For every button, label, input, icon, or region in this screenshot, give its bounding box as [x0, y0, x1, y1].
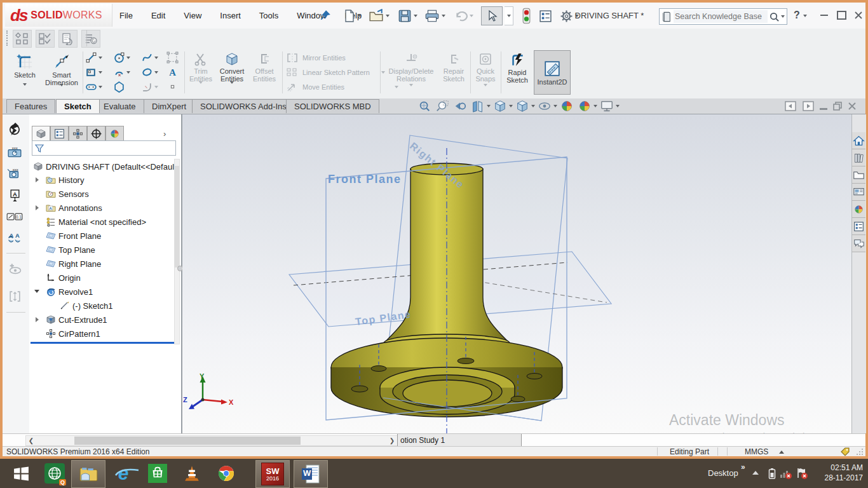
history-expander[interactable] — [36, 177, 39, 182]
spline-caret-icon[interactable] — [154, 57, 158, 59]
desktop-toolbar-label[interactable]: Desktop — [708, 468, 738, 478]
panel-tabs-overflow-chevron[interactable]: › — [163, 129, 166, 139]
horizontal-scrollbar[interactable]: ❮ ❯ — [25, 435, 398, 446]
new-caret-icon[interactable] — [358, 15, 362, 17]
copy-scheme-icon[interactable] — [4, 287, 25, 306]
tab-evaluate[interactable]: Evaluate — [95, 99, 144, 113]
convert-entities-button[interactable]: Convert Entities — [216, 51, 248, 84]
annotations-expander[interactable] — [36, 205, 39, 210]
size-dimension-icon[interactable] — [4, 142, 25, 161]
scroll-right-arrow[interactable]: ❯ — [387, 437, 397, 444]
taskbar-internet-explorer[interactable]: e — [108, 460, 139, 487]
action-center-flag-icon[interactable] — [796, 467, 810, 478]
display-delete-caret-icon[interactable] — [409, 84, 413, 86]
selection-box-icon[interactable] — [166, 51, 179, 64]
display-manager-tab[interactable] — [105, 126, 124, 141]
undo-caret-icon[interactable] — [470, 15, 473, 17]
display-style-caret-icon[interactable] — [531, 105, 535, 107]
circle-caret-icon[interactable] — [126, 57, 130, 59]
polygon-tool-icon[interactable] — [113, 81, 125, 93]
help-button[interactable]: ? — [794, 10, 800, 21]
spline-tool-icon[interactable] — [141, 51, 153, 64]
circle-tool-icon[interactable] — [113, 51, 125, 64]
offset-entities-button[interactable]: Offset Entities — [249, 51, 280, 83]
collapse-pane-right-icon[interactable] — [802, 100, 815, 112]
view-orientation-caret-icon[interactable] — [509, 105, 513, 107]
view-settings-icon[interactable] — [598, 99, 615, 113]
menu-view[interactable]: View — [181, 11, 204, 20]
rectangle-caret-icon[interactable] — [98, 71, 102, 74]
mirror-entities-button[interactable]: Mirror Entities — [286, 53, 346, 63]
tab-features[interactable]: Features — [6, 99, 55, 113]
tree-item-cut-extrude1[interactable]: Cut-Extrude1 — [46, 315, 107, 325]
line-caret-icon[interactable] — [98, 57, 102, 59]
previous-view-icon[interactable] — [451, 99, 468, 113]
scrollbar-thumb[interactable] — [74, 437, 301, 445]
sketch-caret-icon[interactable] — [23, 83, 27, 86]
solidworks-forum-icon[interactable] — [852, 235, 865, 252]
menu-edit[interactable]: Edit — [149, 11, 168, 20]
view-palette-icon[interactable] — [852, 184, 865, 201]
open-document-icon[interactable] — [369, 9, 384, 23]
tree-scrollbar-thumb[interactable] — [175, 166, 179, 268]
tree-item-origin[interactable]: Origin — [46, 273, 81, 283]
sketch-button[interactable]: Sketch — [9, 51, 41, 86]
search-caret-icon[interactable] — [781, 15, 785, 18]
zoom-to-area-icon[interactable] — [433, 99, 451, 113]
taskbar-windows-store[interactable] — [142, 460, 173, 487]
doc-close-icon[interactable] — [848, 102, 857, 111]
dimxpert-auto-dimension-icon[interactable] — [4, 119, 25, 139]
help-caret-icon[interactable] — [803, 15, 807, 17]
revolve1-expander[interactable] — [34, 290, 39, 293]
tree-item-right-plane[interactable]: Right Plane — [46, 259, 101, 269]
configuration-manager-tab[interactable] — [69, 126, 87, 141]
task-pane-home-icon[interactable] — [852, 132, 865, 149]
tree-item-history[interactable]: History — [46, 175, 84, 185]
verification-icon[interactable] — [36, 30, 55, 48]
pin-menu-icon[interactable] — [319, 9, 332, 22]
tree-item-cirpattern1[interactable]: CirPattern1 — [46, 329, 100, 339]
menu-file[interactable]: File — [117, 11, 135, 20]
undo-icon[interactable] — [454, 10, 468, 22]
design-library-icon[interactable] — [852, 149, 865, 166]
status-units[interactable]: MMGS — [745, 447, 768, 456]
display-delete-relations-button[interactable]: Display/DeleteRelations — [384, 51, 438, 86]
trim-caret-icon[interactable] — [199, 81, 203, 84]
tree-filter-box[interactable] — [32, 140, 176, 156]
convert-caret-icon[interactable] — [230, 81, 234, 84]
dimxpert-manager-tab[interactable] — [87, 126, 105, 141]
file-properties-icon[interactable] — [539, 10, 552, 23]
slot-tool-icon[interactable] — [85, 81, 97, 93]
arc-tool-icon[interactable] — [113, 66, 125, 78]
apply-scene-caret-icon[interactable] — [593, 105, 597, 107]
taskbar-vlc[interactable] — [177, 460, 207, 487]
tree-item-sensors[interactable]: Sensors — [46, 189, 89, 199]
move-entities-button[interactable]: Move Entities — [286, 82, 398, 92]
apply-scene-icon[interactable] — [576, 99, 593, 113]
battery-icon[interactable] — [768, 467, 776, 480]
tree-item-top-plane[interactable]: Top Plane — [46, 245, 95, 255]
point-tool-icon[interactable] — [166, 81, 179, 93]
taskbar-chevrons[interactable]: » — [741, 463, 745, 471]
arc-caret-icon[interactable] — [126, 71, 130, 74]
quick-snaps-caret-icon[interactable] — [484, 84, 487, 86]
tree-item-material[interactable]: Material <not specified> — [46, 217, 146, 227]
location-dimension-icon[interactable] — [4, 164, 25, 183]
property-manager-tab[interactable] — [50, 126, 69, 141]
knowledge-base-icon[interactable] — [661, 11, 672, 23]
select-tool-button[interactable] — [481, 6, 503, 25]
datum-icon[interactable] — [4, 186, 25, 205]
cut-extrude1-expander[interactable] — [36, 317, 39, 322]
feature-manager-tree-tab[interactable] — [32, 126, 50, 141]
pattern-feature-icon[interactable] — [4, 229, 25, 248]
search-input[interactable] — [674, 10, 768, 23]
tree-item-sketch1[interactable]: (-) Sketch1 — [60, 301, 113, 311]
units-caret-icon[interactable] — [779, 451, 784, 454]
appearances-scenes-icon[interactable] — [852, 201, 865, 218]
slot-caret-icon[interactable] — [98, 86, 102, 88]
rapid-sketch-button[interactable]: RapidSketch — [503, 51, 531, 84]
display-style-icon[interactable] — [513, 99, 531, 113]
taskbar-chrome[interactable] — [211, 460, 241, 487]
fillet-caret-icon[interactable] — [154, 86, 158, 88]
sketch-text-icon[interactable] — [166, 66, 179, 78]
